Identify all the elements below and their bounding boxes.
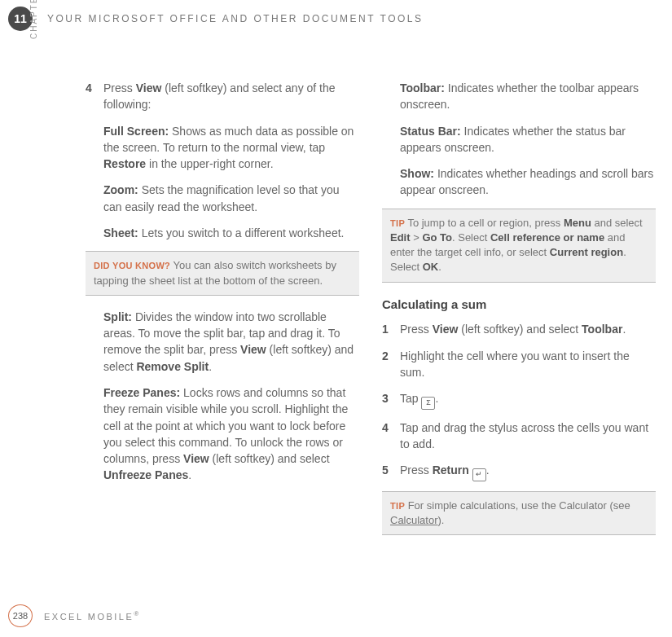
- text: Press: [400, 323, 433, 336]
- text: Indicates whether headings and scroll ba…: [400, 167, 653, 196]
- step-number: 5: [382, 462, 400, 481]
- text: To jump to a cell or region, press: [405, 217, 564, 229]
- subheading-calc: Calculating a sum: [382, 296, 656, 314]
- bold-goto: Go To: [422, 231, 452, 244]
- step-number: 4: [382, 420, 400, 453]
- step-4: 4 Press View (left softkey) and select a…: [86, 80, 359, 113]
- text: (left softkey) and select: [209, 452, 330, 465]
- step-number: 4: [86, 80, 103, 113]
- bold-remove-split: Remove Split: [136, 360, 209, 373]
- calc-step-4: 4 Tap and drag the stylus across the cel…: [382, 420, 656, 453]
- bold-restore: Restore: [103, 157, 146, 170]
- registered-mark: ®: [134, 610, 140, 617]
- text: Lets you switch to a different worksheet…: [138, 226, 345, 239]
- text: .: [188, 468, 191, 481]
- right-column: Toolbar: Indicates whether the toolbar a…: [382, 80, 656, 548]
- option-label: Split:: [103, 310, 132, 323]
- tip-box-calculator: TIP For simple calculations, use the Cal…: [382, 491, 656, 535]
- text: .: [435, 392, 438, 405]
- step-text: Press View (left softkey) and select any…: [103, 80, 359, 113]
- text: .: [438, 261, 441, 273]
- left-column: 4 Press View (left softkey) and select a…: [86, 80, 359, 548]
- bold-view: View: [433, 323, 459, 336]
- text: and select: [591, 217, 643, 229]
- step-text: Press Return ↵.: [400, 462, 656, 481]
- option-label: Status Bar:: [400, 125, 461, 138]
- option-statusbar: Status Bar: Indicates whether the status…: [382, 123, 656, 156]
- bold-current-region: Current region: [550, 246, 623, 258]
- text: Press: [103, 81, 136, 94]
- step-text: Tap Σ.: [400, 390, 656, 410]
- page-number-badge: 238: [8, 604, 33, 627]
- option-sheet: Sheet: Lets you switch to a different wo…: [86, 225, 359, 241]
- calc-step-1: 1 Press View (left softkey) and select T…: [382, 321, 656, 337]
- page-header: 11 YOUR MICROSOFT OFFICE AND OTHER DOCUM…: [0, 0, 672, 31]
- tip-label: TIP: [390, 218, 405, 228]
- page-footer: 238 EXCEL MOBILE®: [8, 604, 141, 627]
- text: in the upper-right corner.: [146, 157, 273, 170]
- bold-view: View: [183, 452, 209, 465]
- bold-return: Return: [433, 463, 469, 477]
- bold-unfreeze: Unfreeze Panes: [103, 468, 188, 481]
- footer-text: EXCEL MOBILE: [44, 612, 134, 622]
- option-fullscreen: Full Screen: Shows as much data as possi…: [86, 123, 359, 173]
- sum-icon: Σ: [421, 397, 435, 410]
- text: >: [411, 231, 423, 244]
- return-icon: ↵: [472, 468, 486, 481]
- option-zoom: Zoom: Sets the magnification level so th…: [86, 182, 359, 215]
- step-number: 2: [382, 348, 400, 381]
- option-freeze: Freeze Panes: Locks rows and columns so …: [86, 384, 359, 484]
- text: Sets the magnification level so that you…: [103, 183, 339, 213]
- tip-box-goto: TIP To jump to a cell or region, press M…: [382, 209, 656, 283]
- step-text: Highlight the cell where you want to ins…: [400, 348, 656, 381]
- option-label: Sheet:: [103, 226, 138, 239]
- option-label: Show:: [400, 167, 434, 180]
- bold-ok: OK: [423, 261, 439, 273]
- option-label: Zoom:: [103, 183, 138, 196]
- header-title: YOUR MICROSOFT OFFICE AND OTHER DOCUMENT…: [47, 13, 423, 24]
- calc-step-5: 5 Press Return ↵.: [382, 462, 656, 481]
- text: .: [486, 463, 490, 477]
- text: Press: [400, 463, 433, 477]
- option-toolbar: Toolbar: Indicates whether the toolbar a…: [382, 80, 656, 113]
- footer-title: EXCEL MOBILE®: [44, 610, 141, 622]
- text: .: [209, 360, 212, 373]
- step-number: 1: [382, 321, 400, 337]
- text: Tap: [400, 392, 421, 405]
- did-you-know-box: DID YOU KNOW? You can also switch worksh…: [86, 251, 359, 295]
- text: . Select: [452, 231, 490, 244]
- chapter-side-label: CHAPTER: [29, 0, 38, 39]
- bold-menu: Menu: [564, 217, 591, 229]
- tip-label: TIP: [390, 501, 405, 511]
- text: .: [622, 323, 626, 336]
- text: For simple calculations, use the Calcula…: [405, 499, 630, 512]
- step-text: Tap and drag the stylus across the cells…: [400, 420, 656, 453]
- bold-view: View: [240, 343, 266, 356]
- body-columns: 4 Press View (left softkey) and select a…: [0, 31, 672, 548]
- option-label: Freeze Panes:: [103, 386, 180, 399]
- text: (left softkey) and select: [458, 323, 582, 336]
- step-text: Press View (left softkey) and select Too…: [400, 321, 656, 337]
- option-show: Show: Indicates whether headings and scr…: [382, 165, 656, 199]
- step-number: 3: [382, 390, 400, 410]
- dyk-label: DID YOU KNOW?: [94, 261, 170, 270]
- bold-cellref: Cell reference or name: [490, 231, 604, 244]
- option-split: Split: Divides the window into two scrol…: [86, 309, 359, 375]
- link-calculator: Calculator: [390, 514, 438, 526]
- bold-view: View: [136, 81, 162, 94]
- option-label: Toolbar:: [400, 81, 445, 94]
- calc-step-3: 3 Tap Σ.: [382, 390, 656, 410]
- calc-step-2: 2 Highlight the cell where you want to i…: [382, 348, 656, 381]
- bold-edit: Edit: [390, 231, 411, 244]
- option-label: Full Screen:: [103, 125, 169, 138]
- text: ).: [438, 514, 445, 526]
- bold-toolbar: Toolbar: [582, 323, 622, 336]
